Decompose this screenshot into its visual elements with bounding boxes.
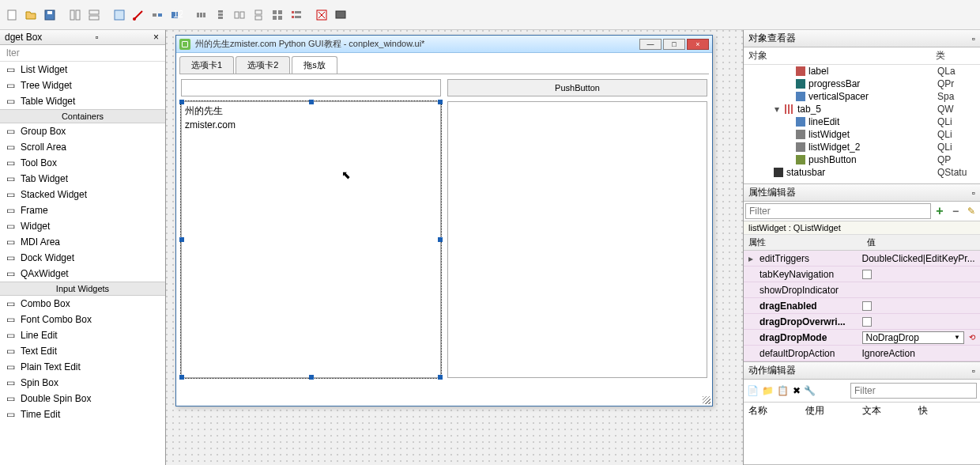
widget-item[interactable]: ▭Stacked Widget [0,187,165,202]
maximize-button[interactable]: □ [663,39,685,50]
resize-handle[interactable] [179,375,184,380]
resize-grip[interactable] [703,396,710,404]
object-tree[interactable]: labelQLaprogressBarQPrverticalSpacerSpa▾… [744,65,980,183]
widget-item[interactable]: ▭Table Widget [0,93,165,109]
push-button[interactable]: PushButton [447,79,707,96]
resize-handle[interactable] [179,100,184,104]
object-tree-row[interactable]: listWidgetQLi [744,128,980,141]
object-tree-row[interactable]: listWidget_2QLi [744,141,980,153]
grid2-icon[interactable] [85,6,103,24]
window-titlebar[interactable]: 州的先生zmister.com Python GUI教程 - conplex_w… [176,36,712,53]
widget-item[interactable]: ▭Dock Widget [0,250,165,266]
layout-hs-icon[interactable] [231,6,248,24]
layout-form-icon[interactable] [288,6,305,24]
widget-item[interactable]: ▭Text Edit [0,343,165,359]
taborder-icon[interactable]: 123 [168,6,185,24]
widget-item[interactable]: ▭Scroll Area [0,139,165,155]
revert-icon[interactable]: ⟲ [969,333,975,342]
open-action-icon[interactable]: 📁 [762,384,774,398]
list-item[interactable]: 州的先生 [185,104,437,119]
tab[interactable]: 选项卡1 [179,56,234,74]
resize-handle[interactable] [438,237,443,242]
config-action-icon[interactable]: 🔧 [804,384,816,398]
minimize-button[interactable]: — [639,39,662,50]
close-button[interactable]: × [687,39,709,50]
list-widget-1[interactable]: ⬉ 州的先生zmister.com [181,101,441,378]
property-row[interactable]: dragEnabled [744,298,980,314]
property-row[interactable]: dragDropModeNoDragDrop▼⟲ [744,330,980,346]
list-item[interactable]: zmister.com [185,119,437,131]
widget-section-header[interactable]: Input Widgets [0,282,165,296]
object-tree-row[interactable]: pushButtonQP [744,153,980,166]
checkbox[interactable] [862,301,872,311]
widget-item[interactable]: ▭Tool Box [0,155,165,171]
object-tree-row[interactable]: ▾tab_5QW [744,103,980,115]
widget-item[interactable]: ▭Font Combo Box [0,312,165,327]
widget-item[interactable]: ▭QAxWidget [0,266,165,282]
resize-handle[interactable] [438,375,443,380]
widget-item[interactable]: ▭List Widget [0,62,165,78]
widget-item[interactable]: ▭MDI Area [0,234,165,250]
widget-item[interactable]: ▭Tree Widget [0,78,165,93]
save-icon[interactable] [41,6,58,24]
resize-handle[interactable] [438,100,443,104]
add-property-icon[interactable]: + [933,204,947,218]
grid1-icon[interactable] [66,6,84,24]
layout-h-icon[interactable] [193,6,210,24]
property-row[interactable]: showDropIndicator [744,282,980,298]
delete-action-icon[interactable]: ✖ [792,384,801,398]
property-row[interactable]: defaultDropActionIgnoreAction [744,346,980,361]
object-tree-row[interactable]: labelQLa [744,65,980,78]
float-icon[interactable]: ▫ [972,33,975,44]
signals-icon[interactable] [130,6,147,24]
float-icon[interactable]: ▫ [972,187,975,198]
property-row[interactable]: ▸editTriggersDoubleClicked|EditKeyPr... [744,251,980,267]
object-tree-row[interactable]: progressBarQPr [744,78,980,90]
widget-item[interactable]: ▭Time Edit [0,406,165,422]
checkbox[interactable] [862,270,872,279]
property-filter-input[interactable] [745,203,931,219]
buddies-icon[interactable] [149,6,166,24]
combo-box[interactable]: NoDragDrop▼ [862,331,965,344]
property-row[interactable]: tabKeyNavigation [744,267,980,282]
widget-item[interactable]: ▭Combo Box [0,296,165,312]
list-widget-2[interactable] [447,101,707,378]
float-icon[interactable]: ▫ [972,365,975,376]
widget-item[interactable]: ▭Widget [0,218,165,234]
widget-item[interactable]: ▭Plain Text Edit [0,359,165,375]
form-canvas[interactable]: 州的先生zmister.com Python GUI教程 - conplex_w… [166,30,743,465]
preview-icon[interactable] [332,6,349,24]
copy-action-icon[interactable]: 📋 [777,384,789,398]
layout-vs-icon[interactable] [250,6,267,24]
property-row[interactable]: dragDropOverwri... [744,314,980,330]
tab[interactable]: 拖s放 [292,56,337,74]
break-layout-icon[interactable] [313,6,330,24]
new-action-icon[interactable]: 📄 [747,384,759,398]
line-edit[interactable] [181,79,441,96]
open-icon[interactable] [22,6,40,24]
action-filter-input[interactable] [850,383,977,399]
float-icon[interactable]: ▫ [96,32,99,43]
widget-item[interactable]: ▭Group Box [0,123,165,139]
layout-v-icon[interactable] [212,6,229,24]
layout-grid-icon[interactable] [269,6,286,24]
resize-handle[interactable] [179,237,184,242]
edit-widgets-icon[interactable] [111,6,128,24]
object-tree-row[interactable]: verticalSpacerSpa [744,90,980,103]
close-icon[interactable]: × [152,32,160,43]
resize-handle[interactable] [309,375,314,380]
resize-handle[interactable] [309,100,314,104]
new-icon[interactable] [3,6,21,24]
checkbox[interactable] [862,317,872,327]
widget-item[interactable]: ▭Tab Widget [0,171,165,187]
edit-property-icon[interactable]: ✎ [964,204,978,218]
tab[interactable]: 选项卡2 [236,56,290,74]
object-tree-row[interactable]: lineEditQLi [744,115,980,128]
widget-item[interactable]: ▭Frame [0,202,165,218]
object-tree-row[interactable]: statusbarQStatu [744,166,980,179]
widget-filter-input[interactable] [0,45,165,62]
widget-item[interactable]: ▭Spin Box [0,375,165,391]
widget-item[interactable]: ▭Double Spin Box [0,391,165,406]
widget-section-header[interactable]: Containers [0,109,165,123]
widget-item[interactable]: ▭Line Edit [0,327,165,343]
